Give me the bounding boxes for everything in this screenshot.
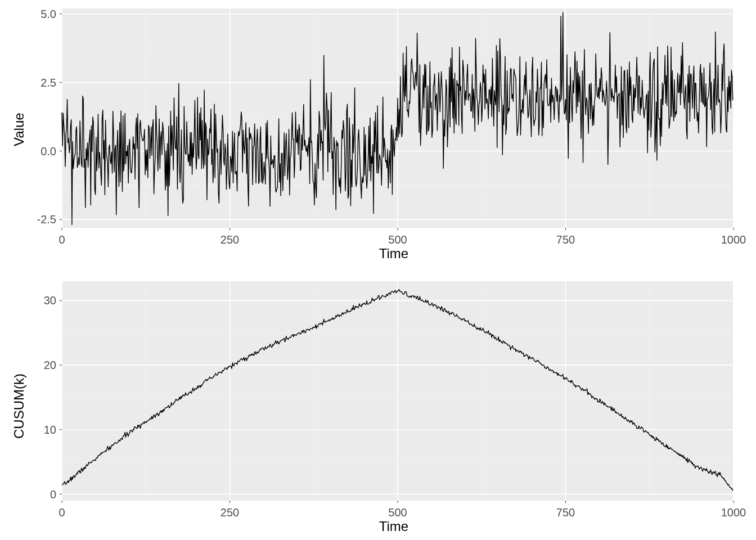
ytick-label: 2.5 bbox=[40, 76, 56, 89]
xtick-label: 750 bbox=[556, 233, 575, 246]
cusum-chart: 010203002505007501000 bbox=[0, 273, 756, 540]
xtick-label: 1000 bbox=[721, 506, 746, 519]
xtick-label: 1000 bbox=[721, 233, 746, 246]
chart1-ylabel: Value bbox=[11, 112, 27, 146]
ytick-label: 20 bbox=[44, 359, 56, 371]
xtick-label: 500 bbox=[388, 233, 407, 246]
ytick-label: 30 bbox=[44, 294, 56, 307]
ytick-label: 5.0 bbox=[40, 8, 56, 20]
xtick-label: 0 bbox=[58, 233, 65, 246]
xtick-label: 250 bbox=[220, 233, 239, 246]
xtick-label: 750 bbox=[556, 506, 575, 519]
xtick-label: 250 bbox=[220, 506, 239, 519]
xtick-label: 0 bbox=[58, 506, 65, 519]
ytick-label: 0 bbox=[50, 488, 56, 501]
ytick-label: 0.0 bbox=[40, 145, 56, 158]
ytick-label: -2.5 bbox=[37, 213, 56, 226]
xtick-label: 500 bbox=[388, 506, 407, 519]
chart2-xlabel: Time bbox=[338, 519, 450, 534]
chart1-xlabel: Time bbox=[338, 246, 450, 262]
chart2-ylabel: CUSUM(k) bbox=[11, 374, 27, 439]
value-chart: -2.50.02.55.002505007501000 bbox=[0, 0, 756, 267]
ytick-label: 10 bbox=[44, 424, 56, 436]
